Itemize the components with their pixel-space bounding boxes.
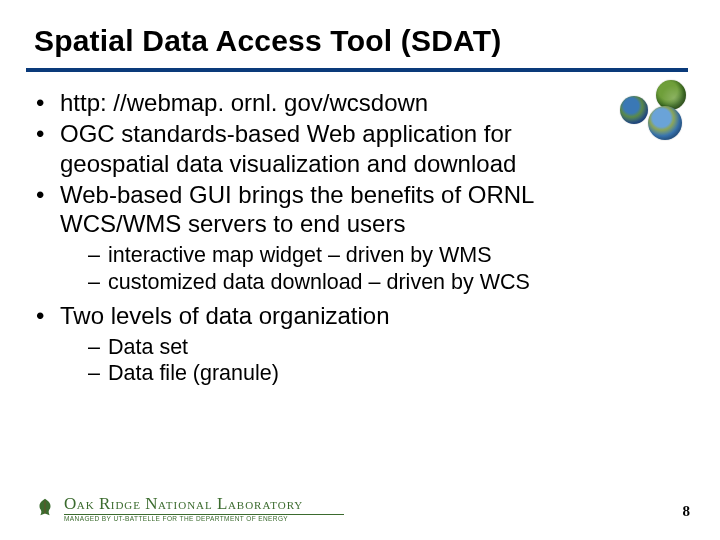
sub-bullet-text: Data file (granule) (108, 361, 279, 385)
footer-logo: Oak Ridge National Laboratory MANAGED BY… (34, 495, 344, 523)
bullet-text: http: //webmap. ornl. gov/wcsdown (60, 89, 428, 116)
lab-managed-by: MANAGED BY UT-BATTELLE FOR THE DEPARTMEN… (64, 516, 344, 523)
sub-bullet-text: interactive map widget – driven by WMS (108, 243, 492, 267)
sub-bullet-item: Data set (88, 334, 682, 360)
title-divider (26, 68, 688, 72)
lab-text: Oak Ridge National Laboratory MANAGED BY… (64, 495, 344, 523)
sub-bullet-text: customized data download – driven by WCS (108, 270, 530, 294)
sub-bullet-item: interactive map widget – driven by WMS (88, 242, 600, 268)
slide-body: http: //webmap. ornl. gov/wcsdown OGC st… (34, 88, 682, 392)
lab-name: Oak Ridge National Laboratory (64, 495, 344, 512)
oak-leaf-icon (34, 497, 56, 519)
sub-bullet-item: customized data download – driven by WCS (88, 269, 600, 295)
page-number: 8 (683, 503, 691, 520)
bullet-item: OGC standards-based Web application for … (34, 119, 600, 178)
bullet-text: Web-based GUI brings the benefits of ORN… (60, 181, 534, 237)
slide: Spatial Data Access Tool (SDAT) http: //… (0, 0, 720, 540)
slide-title: Spatial Data Access Tool (SDAT) (34, 24, 501, 58)
sub-bullet-item: Data file (granule) (88, 360, 682, 386)
bullet-item: Web-based GUI brings the benefits of ORN… (34, 180, 600, 295)
sub-bullet-text: Data set (108, 335, 188, 359)
bullet-text: Two levels of data organization (60, 302, 390, 329)
bullet-item: Two levels of data organization Data set… (34, 301, 682, 387)
bullet-text: OGC standards-based Web application for … (60, 120, 516, 176)
bullet-item: http: //webmap. ornl. gov/wcsdown (34, 88, 682, 117)
